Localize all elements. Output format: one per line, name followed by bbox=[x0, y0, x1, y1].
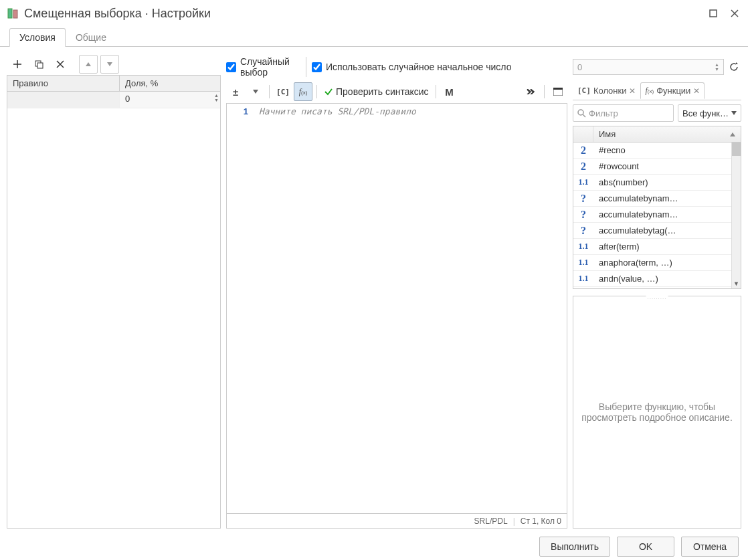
name-column-header[interactable]: Имя bbox=[593, 129, 741, 139]
functions-grid-body: 2#recno2#rowcount1.1abs(number)?accumula… bbox=[573, 143, 741, 288]
function-row[interactable]: 1.1after(term) bbox=[573, 239, 741, 255]
rule-row[interactable]: 0 ▲▼ bbox=[7, 92, 220, 108]
panel-tab-columns[interactable]: [C] Колонки ✕ bbox=[573, 82, 640, 99]
code-editor: 1 Начните писать SRL/PDL-правило SRL/PDL… bbox=[226, 103, 567, 529]
function-row[interactable]: 2#recno bbox=[573, 143, 741, 159]
rules-grid: Правило Доля, % 0 ▲▼ bbox=[7, 75, 221, 529]
status-position: Ст 1, Кол 0 bbox=[521, 517, 561, 526]
random-select-option[interactable]: Случайный выбор bbox=[226, 56, 300, 78]
function-category-combo[interactable]: Все функ… bbox=[678, 104, 741, 122]
functions-button[interactable]: f(x) bbox=[294, 82, 312, 101]
functions-grid: Имя 2#recno2#rowcount1.1abs(number)?accu… bbox=[573, 126, 741, 289]
share-value: 0 bbox=[125, 94, 130, 104]
cancel-button[interactable]: Отмена bbox=[681, 537, 739, 557]
random-select-label: Случайный выбор bbox=[240, 56, 300, 78]
use-seed-option[interactable]: Использовать случайное начальное число bbox=[312, 62, 520, 72]
svg-rect-4 bbox=[37, 63, 43, 68]
seed-row: 0 ▲▼ bbox=[573, 54, 741, 80]
use-seed-label: Использовать случайное начальное число bbox=[326, 62, 520, 72]
editor-text[interactable]: Начните писать SRL/PDL-правило bbox=[254, 104, 567, 513]
function-row[interactable]: 1.1abs(number) bbox=[573, 175, 741, 191]
editor-body[interactable]: 1 Начните писать SRL/PDL-правило bbox=[227, 104, 567, 513]
editor-gutter: 1 bbox=[227, 104, 254, 513]
close-columns-tab[interactable]: ✕ bbox=[629, 86, 636, 96]
titlebar: Смещенная выборка · Настройки bbox=[0, 0, 748, 27]
svg-rect-6 bbox=[553, 88, 563, 90]
function-type-icon: ? bbox=[573, 193, 593, 205]
status-language: SRL/PDL bbox=[474, 517, 508, 526]
function-row[interactable]: 1.1andn(value, …) bbox=[573, 271, 741, 287]
function-type-icon: ? bbox=[573, 225, 593, 237]
ok-button[interactable]: OK bbox=[617, 537, 674, 557]
combo-label: Все функ… bbox=[682, 108, 729, 118]
functions-grid-header: Имя bbox=[573, 126, 741, 143]
function-filter-input[interactable]: Фильтр bbox=[573, 104, 674, 122]
panel-tab-functions-label: Функции bbox=[656, 86, 690, 96]
seed-refresh-button[interactable] bbox=[727, 60, 741, 74]
function-row[interactable]: 1.1anaphora(term, …) bbox=[573, 255, 741, 271]
function-description: Выберите функцию, чтобы просмотреть подр… bbox=[573, 296, 741, 529]
layout-button[interactable] bbox=[549, 82, 567, 101]
sort-asc-icon bbox=[730, 132, 735, 136]
use-seed-checkbox[interactable] bbox=[312, 62, 322, 72]
function-row[interactable]: 2#rowcount bbox=[573, 159, 741, 175]
function-row[interactable]: ?accumulatebytag(… bbox=[573, 223, 741, 239]
share-spinner[interactable]: ▲▼ bbox=[214, 93, 219, 102]
tab-conditions[interactable]: Условия bbox=[9, 28, 66, 47]
function-name: anaphora(term, …) bbox=[593, 258, 741, 268]
more-button[interactable] bbox=[521, 82, 540, 101]
m-button[interactable]: M bbox=[440, 82, 459, 101]
panel-tab-functions[interactable]: f(x) Функции ✕ bbox=[640, 82, 705, 99]
function-name: #recno bbox=[593, 145, 741, 155]
rules-pane: Правило Доля, % 0 ▲▼ bbox=[7, 54, 221, 529]
columns-icon: [C] bbox=[577, 86, 591, 95]
check-syntax-button[interactable]: Проверить синтаксис bbox=[321, 86, 432, 97]
seed-spinner[interactable]: ▲▼ bbox=[715, 62, 719, 72]
side-panel-tabs: [C] Колонки ✕ f(x) Функции ✕ bbox=[573, 80, 741, 100]
columns-button[interactable]: [C] bbox=[274, 82, 292, 101]
dialog-footer: Выполнить OK Отмена bbox=[0, 529, 748, 560]
search-icon bbox=[577, 109, 586, 118]
content-area: Правило Доля, % 0 ▲▼ Случайный выбор Исп… bbox=[0, 47, 748, 529]
plusminus-button[interactable]: ± bbox=[226, 82, 245, 101]
function-type-icon: 2 bbox=[573, 145, 593, 157]
function-row[interactable]: ?accumulatebynam… bbox=[573, 207, 741, 223]
functions-scrollbar[interactable]: ▼ bbox=[731, 143, 741, 288]
editor-pane: Случайный выбор Использовать случайное н… bbox=[226, 54, 567, 529]
svg-rect-2 bbox=[710, 10, 717, 17]
delete-rule-button[interactable] bbox=[51, 55, 70, 74]
side-panel: 0 ▲▼ [C] Колонки ✕ f(x) Функции ✕ Фильтр bbox=[573, 54, 741, 529]
move-down-button[interactable] bbox=[100, 55, 119, 74]
move-up-button[interactable] bbox=[79, 55, 98, 74]
function-filter-row: Фильтр Все функ… bbox=[573, 100, 741, 126]
toolbar-dropdown[interactable] bbox=[246, 82, 265, 101]
function-name: after(term) bbox=[593, 242, 741, 252]
function-name: #rowcount bbox=[593, 161, 741, 171]
close-functions-tab[interactable]: ✕ bbox=[693, 86, 700, 96]
add-rule-button[interactable] bbox=[8, 55, 27, 74]
panel-tab-columns-label: Колонки bbox=[593, 86, 627, 96]
icon-column-header[interactable] bbox=[573, 126, 593, 142]
maximize-button[interactable] bbox=[707, 7, 720, 20]
tab-general[interactable]: Общие bbox=[66, 28, 116, 47]
svg-rect-1 bbox=[13, 10, 17, 18]
close-button[interactable] bbox=[728, 7, 741, 20]
rule-cell[interactable] bbox=[7, 92, 120, 108]
options-row: Случайный выбор Использовать случайное н… bbox=[226, 54, 567, 80]
function-type-icon: 2 bbox=[573, 161, 593, 173]
random-select-checkbox[interactable] bbox=[226, 62, 236, 72]
run-button[interactable]: Выполнить bbox=[539, 537, 610, 557]
col-rule-header[interactable]: Правило bbox=[7, 76, 120, 91]
function-name: abs(number) bbox=[593, 177, 741, 187]
copy-rule-button[interactable] bbox=[29, 55, 48, 74]
col-share-header[interactable]: Доля, % bbox=[120, 76, 220, 91]
function-type-icon: 1.1 bbox=[573, 258, 593, 268]
check-syntax-label: Проверить синтаксис bbox=[336, 86, 429, 97]
function-row[interactable]: ?accumulatebynam… bbox=[573, 191, 741, 207]
svg-rect-0 bbox=[8, 9, 12, 18]
share-cell[interactable]: 0 ▲▼ bbox=[120, 92, 220, 108]
filter-placeholder: Фильтр bbox=[589, 108, 618, 118]
editor-toolbar: ± [C] f(x) Проверить синтаксис M bbox=[226, 80, 567, 103]
seed-input[interactable]: 0 ▲▼ bbox=[573, 59, 724, 75]
function-type-icon: 1.1 bbox=[573, 242, 593, 252]
